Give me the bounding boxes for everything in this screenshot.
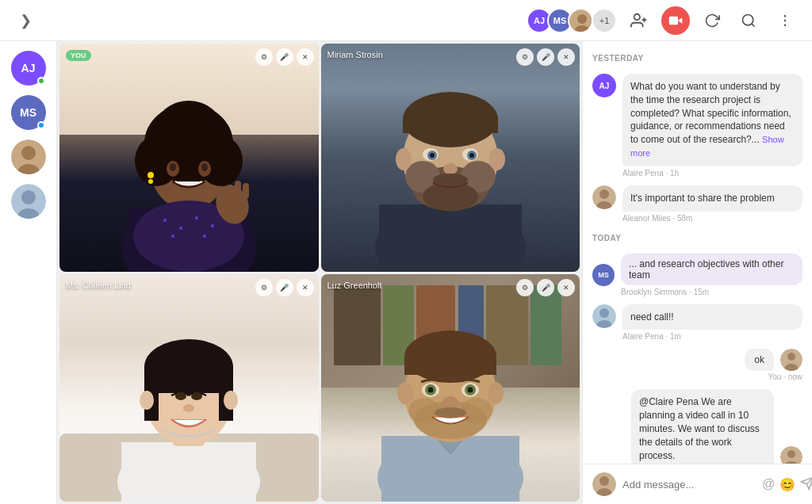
tile-ctrl-close-4[interactable]: ✕ — [557, 279, 575, 296]
mention-icon[interactable]: @ — [762, 477, 775, 491]
svg-point-34 — [179, 227, 182, 230]
svg-line-8 — [752, 23, 755, 26]
tile-ctrl-settings-4[interactable]: ⚙ — [516, 279, 534, 296]
svg-point-89 — [427, 388, 433, 393]
svg-point-25 — [155, 101, 222, 158]
svg-point-58 — [469, 153, 474, 158]
svg-rect-44 — [379, 204, 522, 272]
svg-point-9 — [784, 14, 787, 17]
svg-point-36 — [211, 224, 214, 227]
chat-input-area: @ 😊 — [583, 464, 812, 504]
participant-avatars: AJ MS +1 — [527, 8, 617, 33]
svg-point-61 — [396, 148, 412, 170]
chat-input-icons: @ 😊 — [762, 476, 812, 493]
back-button[interactable]: ❯ — [13, 8, 38, 33]
tile-ctrl-close-1[interactable]: ✕ — [297, 48, 314, 66]
msg-meta-3: Brooklyn Simmons · 15m — [621, 288, 802, 296]
svg-rect-64 — [121, 442, 256, 502]
sidebar-avatar-aj[interactable]: AJ — [11, 51, 46, 86]
chat-message-2: It's important to share the problem Alea… — [592, 185, 802, 223]
tile-ctrl-mic-3[interactable]: 🎤 — [276, 279, 293, 296]
svg-rect-42 — [243, 183, 249, 199]
svg-point-74 — [140, 391, 154, 410]
msg-avatar-aj: AJ — [592, 74, 616, 97]
tile-name-luz: Luz Greenholt — [327, 281, 382, 290]
svg-point-91 — [442, 396, 458, 409]
tile-ctrl-settings-3[interactable]: ⚙ — [255, 279, 273, 296]
msg-bubble-4: need call!! — [622, 304, 802, 330]
header-left: ❯ — [13, 8, 38, 33]
away-indicator — [37, 121, 45, 129]
chat-message-3: MS ... and research objectives with othe… — [592, 254, 802, 296]
svg-point-16 — [21, 190, 36, 204]
svg-point-57 — [430, 153, 435, 158]
msg-meta-1: Alaire Pena · 1h — [622, 169, 802, 178]
video-call-button[interactable] — [661, 6, 690, 35]
emoji-icon[interactable]: 😊 — [779, 477, 795, 492]
svg-point-73 — [183, 404, 194, 412]
you-badge: YOU — [66, 50, 91, 61]
avatar-plus-count[interactable]: +1 — [592, 8, 617, 33]
tile-controls-4: ⚙ 🎤 ✕ — [516, 279, 575, 296]
msg-bubble-2: It's important to share the problem — [622, 185, 802, 212]
svg-point-38 — [203, 235, 206, 238]
chat-messages-list: YESTERDAY AJ What do you want to underst… — [583, 41, 812, 464]
svg-point-28 — [170, 163, 176, 171]
tile-ctrl-close-3[interactable]: ✕ — [297, 279, 314, 296]
svg-point-93 — [488, 382, 504, 404]
send-icon[interactable] — [800, 476, 812, 493]
chat-message-6: @Claire Pena We are planning a video cal… — [592, 389, 802, 464]
svg-point-99 — [599, 308, 609, 318]
tile-ctrl-mic-4[interactable]: 🎤 — [537, 279, 554, 296]
svg-point-94 — [435, 407, 466, 418]
tile-ctrl-mic-2[interactable]: 🎤 — [537, 48, 554, 66]
chat-message-4: need call!! Alaire Pena · 1m — [592, 304, 802, 342]
tile-name-colleen: Ms. Colleen Lind — [66, 281, 131, 290]
msg-meta-5: You · now — [768, 372, 802, 381]
video-tile-miriam: Miriam Strosin ⚙ 🎤 ✕ — [321, 44, 580, 272]
svg-point-71 — [175, 392, 186, 400]
svg-point-72 — [191, 392, 202, 400]
svg-rect-81 — [404, 355, 496, 375]
svg-point-102 — [787, 353, 795, 361]
chat-message-5: ok You · now — [592, 349, 802, 381]
svg-rect-6 — [669, 16, 678, 25]
svg-point-37 — [171, 235, 174, 238]
day-label-today: TODAY — [592, 234, 802, 242]
chat-message-1: AJ What do you want to understand by the… — [592, 74, 802, 178]
msg-body-2: It's important to share the problem Alea… — [622, 185, 802, 223]
tile-controls-3: ⚙ 🎤 ✕ — [255, 279, 314, 296]
message-input[interactable] — [622, 479, 756, 491]
tile-controls-1: ⚙ 🎤 ✕ — [255, 48, 314, 66]
svg-point-11 — [784, 24, 787, 26]
add-user-button[interactable] — [625, 6, 653, 35]
tile-ctrl-close-2[interactable]: ✕ — [557, 48, 575, 66]
search-button[interactable] — [734, 6, 763, 35]
sidebar-avatar-user3[interactable] — [11, 139, 46, 174]
tile-ctrl-mic-1[interactable]: 🎤 — [276, 48, 293, 66]
tile-name-miriam: Miriam Strosin — [327, 50, 383, 59]
online-indicator — [37, 77, 45, 85]
svg-point-62 — [489, 148, 505, 170]
sidebar-avatar-ms[interactable]: MS — [11, 95, 46, 130]
avatar-photo-header[interactable] — [568, 8, 593, 33]
svg-point-105 — [787, 450, 795, 458]
svg-point-96 — [599, 189, 609, 199]
sidebar-avatar-user4[interactable] — [11, 184, 46, 219]
svg-point-30 — [147, 172, 154, 178]
svg-point-31 — [148, 179, 153, 184]
main-content: AJ MS — [0, 41, 812, 504]
video-tile-luz: Luz Greenholt ⚙ 🎤 ✕ — [321, 274, 580, 502]
msg-bubble-video: @Claire Pena We are planning a video cal… — [631, 389, 774, 464]
chevron-icon: ❯ — [20, 12, 32, 29]
sync-button[interactable] — [698, 6, 726, 35]
msg-bubble-ok: ok — [745, 349, 774, 371]
svg-point-35 — [195, 216, 198, 220]
more-options-button[interactable] — [771, 6, 799, 35]
header: ❯ AJ MS +1 — [0, 0, 812, 41]
tile-ctrl-settings-1[interactable]: ⚙ — [255, 48, 273, 66]
svg-point-7 — [743, 14, 753, 25]
msg-meta-2: Aleanor Miles · 58m — [622, 214, 802, 223]
header-right: AJ MS +1 — [527, 6, 799, 35]
tile-ctrl-settings-2[interactable]: ⚙ — [516, 48, 534, 66]
